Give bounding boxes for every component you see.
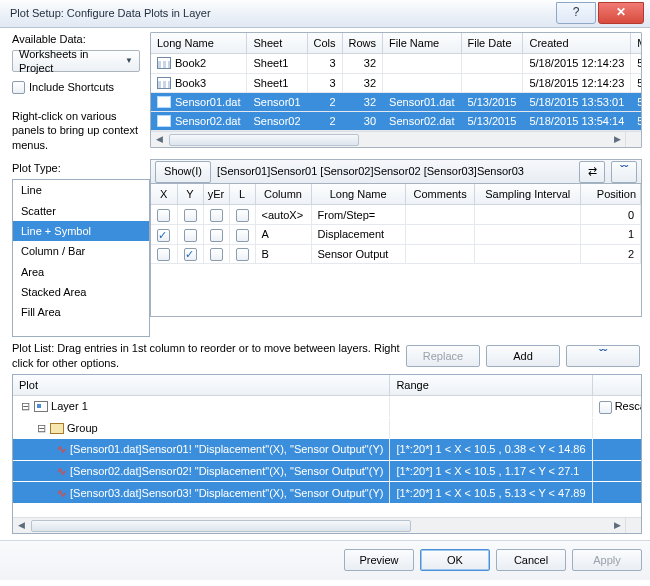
checkbox-icon[interactable] — [236, 248, 249, 261]
scroll-thumb[interactable] — [169, 134, 359, 146]
layer-row[interactable]: ⊟ Layer 1 Rescale — [13, 396, 642, 418]
column-header[interactable]: yEr — [203, 184, 229, 205]
checkbox-icon[interactable] — [210, 209, 223, 222]
preview-button[interactable]: Preview — [344, 549, 414, 571]
table-row[interactable]: BSensor Output2 — [151, 244, 641, 264]
checkbox-icon[interactable] — [236, 209, 249, 222]
column-header[interactable]: Plot — [13, 375, 390, 396]
plot-list[interactable]: PlotRangeShowPlot Type ⊟ Layer 1 Rescale… — [12, 374, 642, 534]
chevron-down-icon: ▼ — [125, 56, 133, 66]
scroll-left-icon[interactable]: ◀ — [13, 518, 29, 534]
plot-wave-icon: ∿ — [57, 487, 66, 499]
checkbox-icon[interactable] — [184, 209, 197, 222]
column-header[interactable]: Position — [581, 184, 641, 205]
table-row[interactable]: ADisplacement1 — [151, 225, 641, 245]
column-header[interactable]: Long Name — [151, 33, 247, 54]
column-header[interactable] — [592, 375, 642, 396]
horizontal-scrollbar[interactable]: ◀ ▶ — [151, 131, 625, 147]
table-row[interactable]: Sensor02.datSensor02230Sensor02.dat5/13/… — [151, 112, 642, 131]
group-icon — [50, 423, 64, 434]
horizontal-scrollbar[interactable]: ◀ ▶ — [13, 517, 625, 533]
cancel-button[interactable]: Cancel — [496, 549, 566, 571]
checkbox-icon[interactable] — [157, 209, 170, 222]
plot-row[interactable]: ∿[Sensor01.dat]Sensor01! "Displacement"(… — [13, 439, 642, 461]
chevrons-down-icon: ˇˇ — [599, 348, 607, 364]
checkbox-icon[interactable] — [210, 248, 223, 261]
column-header[interactable]: Long Name — [311, 184, 405, 205]
checkbox-icon[interactable] — [157, 229, 170, 242]
table-row[interactable]: <autoX>From/Step=0 — [151, 205, 641, 225]
title-bar: Plot Setup: Configure Data Plots in Laye… — [0, 0, 650, 28]
layer-icon — [34, 401, 48, 412]
chevrons-down-icon: ˇˇ — [620, 164, 628, 180]
checkbox-icon[interactable] — [236, 229, 249, 242]
worksheet-icon — [157, 57, 171, 69]
plot-type-item[interactable]: Area — [13, 262, 149, 282]
plot-type-item[interactable]: Line + Symbol — [13, 221, 149, 241]
datasource-grid[interactable]: XYyErLColumnLong NameCommentsSampling In… — [150, 183, 642, 317]
column-header[interactable]: L — [229, 184, 255, 205]
apply-button: Apply — [572, 549, 642, 571]
column-header[interactable]: X — [151, 184, 177, 205]
scroll-thumb[interactable] — [31, 520, 411, 532]
column-header[interactable]: File Date — [461, 33, 523, 54]
plot-type-label: Plot Type: — [12, 161, 144, 175]
group-row[interactable]: ⊟ Group — [13, 417, 642, 438]
column-header[interactable]: Rows — [342, 33, 383, 54]
ok-button[interactable]: OK — [420, 549, 490, 571]
plot-type-item[interactable]: Column / Bar — [13, 241, 149, 261]
checkbox-icon[interactable] — [184, 229, 197, 242]
checkbox-icon[interactable] — [157, 248, 170, 261]
column-header[interactable]: File Name — [383, 33, 461, 54]
context-menu-hint: Right-click on various panels to bring u… — [12, 109, 144, 154]
add-button[interactable]: Add — [486, 345, 560, 367]
table-row[interactable]: Book3Sheet13325/18/2015 12:14:235/ — [151, 73, 642, 92]
checkbox-icon — [12, 81, 25, 94]
column-header[interactable]: Sampling Interval — [475, 184, 581, 205]
window-title: Plot Setup: Configure Data Plots in Laye… — [10, 6, 556, 20]
column-header[interactable]: Sheet — [247, 33, 307, 54]
column-header[interactable]: Range — [390, 375, 592, 396]
scroll-right-icon[interactable]: ▶ — [609, 518, 625, 534]
column-header[interactable]: Mo — [631, 33, 642, 54]
table-row[interactable]: Sensor01.datSensor01232Sensor01.dat5/13/… — [151, 92, 642, 111]
plot-row[interactable]: ∿[Sensor02.dat]Sensor02! "Displacement"(… — [13, 460, 642, 482]
dataset-title: [Sensor01]Sensor01 [Sensor02]Sensor02 [S… — [217, 164, 573, 178]
plot-type-list[interactable]: LineScatterLine + SymbolColumn / BarArea… — [12, 179, 150, 337]
scroll-left-icon[interactable]: ◀ — [151, 132, 167, 148]
help-button[interactable]: ? — [556, 2, 596, 24]
table-row[interactable]: Book2Sheet13325/18/2015 12:14:235/ — [151, 54, 642, 73]
show-button[interactable]: Show(I) — [155, 161, 211, 183]
replace-button: Replace — [406, 345, 480, 367]
plot-type-item[interactable]: Line — [13, 180, 149, 200]
column-header[interactable]: Cols — [307, 33, 342, 54]
plot-type-item[interactable]: Stacked Area — [13, 282, 149, 302]
dataset-toolbar: Show(I) [Sensor01]Sensor01 [Sensor02]Sen… — [150, 159, 642, 183]
scroll-right-icon[interactable]: ▶ — [609, 132, 625, 148]
available-data-combo[interactable]: Worksheets in Project ▼ — [12, 50, 140, 72]
worksheet-icon — [157, 115, 171, 127]
rescale-checkbox[interactable] — [599, 401, 612, 414]
worksheet-icon — [157, 96, 171, 108]
plot-type-item[interactable]: Scatter — [13, 201, 149, 221]
column-header[interactable]: Comments — [405, 184, 475, 205]
plotlist-collapse-button[interactable]: ˇˇ — [566, 345, 640, 367]
plot-wave-icon: ∿ — [57, 443, 66, 455]
include-shortcuts-checkbox[interactable]: Include Shortcuts — [12, 80, 144, 94]
close-button[interactable]: ✕ — [598, 2, 644, 24]
plot-row[interactable]: ∿[Sensor03.dat]Sensor03! "Displacement"(… — [13, 482, 642, 504]
checkbox-icon[interactable] — [210, 229, 223, 242]
collapse-button[interactable]: ˇˇ — [611, 161, 637, 183]
swap-button[interactable]: ⇄ — [579, 161, 605, 183]
column-header[interactable]: Created — [523, 33, 631, 54]
worksheet-icon — [157, 77, 171, 89]
plot-type-item[interactable]: Fill Area — [13, 302, 149, 322]
column-header[interactable]: Y — [177, 184, 203, 205]
swap-icon: ⇄ — [588, 164, 597, 178]
plot-list-hint: Plot List: Drag entries in 1st column to… — [12, 341, 400, 370]
include-shortcuts-label: Include Shortcuts — [29, 80, 114, 94]
worksheets-grid[interactable]: Long NameSheetColsRowsFile NameFile Date… — [150, 32, 642, 148]
checkbox-icon[interactable] — [184, 248, 197, 261]
column-header[interactable]: Column — [255, 184, 311, 205]
available-data-combo-value: Worksheets in Project — [19, 47, 125, 76]
